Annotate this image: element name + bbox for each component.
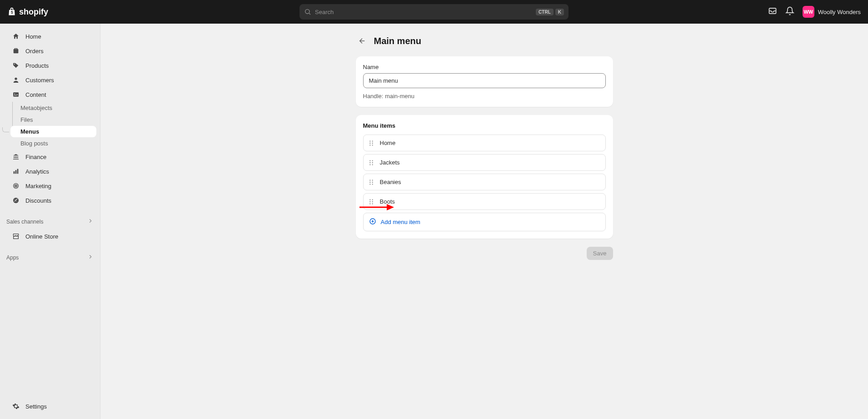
search-input[interactable]	[315, 9, 532, 15]
menu-item-label: Boots	[380, 198, 395, 205]
sidebar-item-analytics[interactable]: Analytics	[4, 165, 96, 178]
apps-header[interactable]: Apps	[0, 250, 100, 265]
menu-items-title: Menu items	[363, 122, 606, 129]
svg-point-6	[15, 78, 17, 80]
svg-point-25	[369, 162, 370, 163]
drag-handle-icon[interactable]	[369, 199, 374, 205]
sidebar-item-label: Analytics	[25, 168, 49, 175]
main-content: Main menu Name Handle: main-menu Menu it…	[100, 24, 868, 419]
drag-handle-icon[interactable]	[369, 160, 374, 166]
sidebar-item-home[interactable]: Home	[4, 30, 96, 43]
sidebar-item-customers[interactable]: Customers	[4, 73, 96, 87]
content-icon	[12, 90, 20, 99]
svg-point-8	[14, 94, 15, 95]
add-menu-item-label: Add menu item	[381, 219, 420, 225]
drag-handle-icon[interactable]	[369, 140, 374, 146]
drag-handle-icon[interactable]	[369, 179, 374, 185]
sales-channels-header[interactable]: Sales channels	[0, 214, 100, 229]
svg-rect-11	[17, 169, 19, 174]
sidebar-sub-files[interactable]: Files	[10, 114, 96, 125]
chevron-right-icon	[87, 218, 94, 225]
svg-point-40	[372, 203, 373, 204]
person-icon	[12, 76, 20, 84]
menu-name-input[interactable]	[363, 73, 606, 88]
svg-point-39	[369, 203, 370, 204]
bank-icon	[12, 153, 20, 161]
svg-point-17	[369, 140, 370, 141]
handle-text: Handle: main-menu	[363, 93, 606, 100]
search-box[interactable]: CTRL K	[299, 4, 569, 20]
svg-point-1	[305, 10, 309, 14]
sidebar-sub-menus[interactable]: Menus	[10, 126, 96, 137]
svg-point-34	[372, 184, 373, 185]
topbar-right: WW Woolly Wonders	[768, 6, 861, 18]
svg-point-14	[15, 185, 16, 186]
shopify-logo[interactable]: S shopify	[7, 7, 48, 17]
tag-icon	[12, 61, 20, 70]
sidebar-item-online-store[interactable]: Online Store	[4, 229, 96, 243]
svg-point-30	[372, 180, 373, 180]
sidebar-item-settings[interactable]: Settings	[4, 399, 96, 413]
kbd-ctrl: CTRL	[536, 9, 554, 15]
svg-point-33	[369, 184, 370, 185]
svg-point-23	[369, 160, 370, 161]
sidebar-item-label: Products	[25, 62, 49, 69]
svg-point-31	[369, 181, 370, 182]
home-icon	[12, 32, 20, 40]
svg-point-29	[369, 180, 370, 180]
menu-item-row[interactable]: Beanies	[363, 174, 606, 190]
inbox-icon[interactable]	[768, 6, 777, 17]
search-icon	[304, 8, 311, 15]
sidebar-bottom: Settings	[0, 399, 100, 419]
analytics-icon	[12, 167, 20, 175]
sidebar-sub-metaobjects[interactable]: Metaobjects	[10, 102, 96, 114]
menu-item-label: Beanies	[380, 179, 401, 185]
svg-text:S: S	[11, 10, 14, 15]
sidebar: Home Orders Products Customers Content M…	[0, 24, 100, 419]
menu-item-label: Jackets	[380, 159, 400, 166]
save-button[interactable]: Save	[587, 247, 613, 260]
sidebar-item-orders[interactable]: Orders	[4, 44, 96, 58]
svg-point-37	[369, 201, 370, 202]
svg-rect-10	[15, 170, 17, 174]
sidebar-item-finance[interactable]: Finance	[4, 150, 96, 164]
store-avatar: WW	[803, 6, 814, 18]
store-icon	[12, 232, 20, 240]
menu-items-card: Menu items Home Jackets Beanies Boots	[356, 115, 613, 239]
bell-icon[interactable]	[785, 6, 794, 17]
content-subitems: Metaobjects Files Menus Blog posts	[10, 102, 100, 150]
kbd-hints: CTRL K	[536, 9, 564, 15]
sidebar-item-marketing[interactable]: Marketing	[4, 179, 96, 193]
sidebar-item-products[interactable]: Products	[4, 59, 96, 72]
target-icon	[12, 182, 20, 190]
topbar: S shopify CTRL K WW Woolly Wonders	[0, 0, 868, 24]
svg-rect-9	[14, 171, 15, 174]
sidebar-item-label: Marketing	[25, 183, 51, 190]
search-container: CTRL K	[299, 4, 569, 20]
sidebar-item-content[interactable]: Content	[4, 88, 96, 101]
sidebar-item-discounts[interactable]: Discounts	[4, 194, 96, 207]
arrow-left-icon	[358, 37, 366, 45]
menu-items-list: Home Jackets Beanies Boots Add menu item	[363, 135, 606, 231]
save-row: Save	[356, 247, 613, 260]
sidebar-item-label: Content	[25, 91, 46, 98]
name-label: Name	[363, 64, 606, 70]
svg-point-5	[14, 64, 15, 65]
discount-icon	[12, 196, 20, 205]
add-menu-item-button[interactable]: Add menu item	[363, 213, 606, 231]
menu-item-row[interactable]: Boots	[363, 193, 606, 210]
sidebar-item-label: Orders	[25, 48, 44, 55]
back-button[interactable]	[356, 35, 369, 47]
sidebar-item-label: Discounts	[25, 197, 51, 204]
chevron-right-icon	[87, 254, 94, 261]
store-menu[interactable]: WW Woolly Wonders	[803, 6, 861, 18]
svg-point-26	[372, 162, 373, 163]
sidebar-item-label: Settings	[25, 403, 47, 410]
menu-item-row[interactable]: Home	[363, 135, 606, 151]
content-wrap: Main menu Name Handle: main-menu Menu it…	[356, 35, 613, 260]
sidebar-sub-blogposts[interactable]: Blog posts	[10, 138, 96, 149]
sidebar-item-label: Online Store	[25, 233, 58, 240]
page-title: Main menu	[374, 36, 421, 46]
svg-point-27	[369, 164, 370, 165]
menu-item-row[interactable]: Jackets	[363, 154, 606, 171]
